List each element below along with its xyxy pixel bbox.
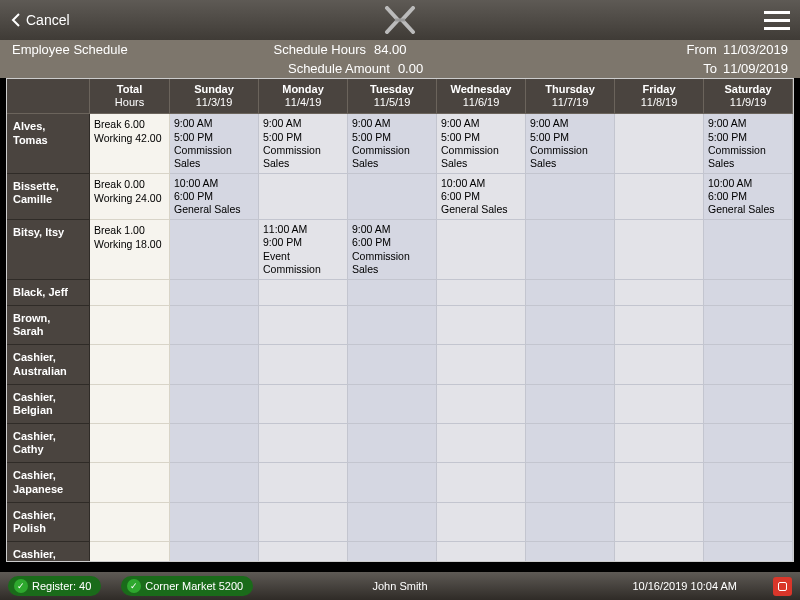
day-cell[interactable] <box>348 385 437 424</box>
day-cell[interactable] <box>348 345 437 384</box>
day-cell[interactable] <box>704 424 793 463</box>
day-cell[interactable]: 10:00 AM6:00 PMGeneral Sales <box>170 174 259 220</box>
schedule-amount-value: 0.00 <box>398 61 423 76</box>
day-cell[interactable] <box>704 503 793 542</box>
employee-name-cell[interactable]: Cashier, Australian <box>7 345 90 384</box>
day-cell[interactable] <box>348 306 437 345</box>
day-cell[interactable]: 9:00 AM5:00 PMCommission Sales <box>704 114 793 174</box>
day-cell[interactable] <box>437 385 526 424</box>
day-cell[interactable] <box>526 463 615 502</box>
day-cell[interactable] <box>615 345 704 384</box>
day-cell[interactable] <box>704 306 793 345</box>
day-cell[interactable]: 9:00 AM5:00 PMCommission Sales <box>170 114 259 174</box>
day-cell[interactable] <box>526 220 615 280</box>
employee-name-cell[interactable]: Cashier, Belgian <box>7 385 90 424</box>
day-cell[interactable]: 10:00 AM6:00 PMGeneral Sales <box>704 174 793 220</box>
day-cell[interactable] <box>348 503 437 542</box>
day-cell[interactable] <box>615 503 704 542</box>
day-cell[interactable] <box>526 424 615 463</box>
cancel-button[interactable]: Cancel <box>10 12 70 28</box>
day-cell[interactable] <box>704 345 793 384</box>
day-cell[interactable] <box>170 463 259 502</box>
day-cell[interactable] <box>437 220 526 280</box>
day-cell[interactable] <box>348 542 437 562</box>
day-cell[interactable] <box>437 280 526 306</box>
employee-name-cell[interactable]: Brown, Sarah <box>7 306 90 345</box>
day-cell[interactable] <box>437 542 526 562</box>
day-cell[interactable] <box>259 280 348 306</box>
day-cell[interactable] <box>348 174 437 220</box>
oracle-badge[interactable] <box>773 577 792 596</box>
day-cell[interactable] <box>615 385 704 424</box>
day-cell[interactable] <box>170 385 259 424</box>
totals-cell <box>90 424 170 463</box>
day-cell[interactable] <box>615 463 704 502</box>
day-cell[interactable] <box>704 385 793 424</box>
totals-cell <box>90 280 170 306</box>
day-cell[interactable] <box>170 220 259 280</box>
schedule-grid[interactable]: TotalHoursSunday11/3/19Monday11/4/19Tues… <box>7 79 793 562</box>
day-cell[interactable] <box>437 503 526 542</box>
day-cell[interactable] <box>259 306 348 345</box>
day-cell[interactable] <box>526 385 615 424</box>
day-cell[interactable]: 9:00 AM5:00 PMCommission Sales <box>259 114 348 174</box>
day-cell[interactable]: 9:00 AM5:00 PMCommission Sales <box>437 114 526 174</box>
day-cell[interactable] <box>170 542 259 562</box>
check-icon: ✓ <box>127 579 141 593</box>
employee-name-cell[interactable]: Cashier, Japanese <box>7 463 90 502</box>
day-cell[interactable] <box>615 306 704 345</box>
day-cell[interactable] <box>704 280 793 306</box>
day-cell[interactable] <box>259 463 348 502</box>
employee-name-cell[interactable]: Alves, Tomas <box>7 114 90 174</box>
day-cell[interactable] <box>348 463 437 502</box>
day-cell[interactable] <box>348 424 437 463</box>
day-cell[interactable] <box>259 542 348 562</box>
day-cell[interactable] <box>170 503 259 542</box>
day-cell[interactable] <box>526 174 615 220</box>
day-cell[interactable] <box>170 345 259 384</box>
day-cell[interactable]: 11:00 AM9:00 PMEvent Commission <box>259 220 348 280</box>
day-cell[interactable] <box>259 345 348 384</box>
location-status-pill[interactable]: ✓ Corner Market 5200 <box>121 576 253 596</box>
day-cell[interactable] <box>615 280 704 306</box>
totals-cell: Break 6.00Working 42.00 <box>90 114 170 174</box>
day-cell[interactable]: 9:00 AM6:00 PMCommission Sales <box>348 220 437 280</box>
day-cell[interactable] <box>615 424 704 463</box>
employee-name-cell[interactable]: Bissette, Camille <box>7 174 90 220</box>
employee-name-cell[interactable]: Cashier, Polish <box>7 503 90 542</box>
day-cell[interactable] <box>348 280 437 306</box>
day-cell[interactable] <box>615 220 704 280</box>
employee-name-cell[interactable]: Cashier, South African <box>7 542 90 562</box>
day-cell[interactable] <box>259 174 348 220</box>
day-cell[interactable] <box>526 503 615 542</box>
day-cell[interactable] <box>437 306 526 345</box>
day-cell[interactable] <box>526 542 615 562</box>
day-cell[interactable] <box>526 306 615 345</box>
day-cell[interactable] <box>437 345 526 384</box>
day-cell[interactable] <box>259 385 348 424</box>
day-cell[interactable]: 9:00 AM5:00 PMCommission Sales <box>348 114 437 174</box>
day-cell[interactable] <box>259 503 348 542</box>
menu-button[interactable] <box>764 11 790 30</box>
day-cell[interactable] <box>615 114 704 174</box>
day-cell[interactable] <box>170 306 259 345</box>
day-cell[interactable] <box>704 542 793 562</box>
day-cell[interactable] <box>615 174 704 220</box>
day-cell[interactable] <box>437 463 526 502</box>
day-cell[interactable]: 10:00 AM6:00 PMGeneral Sales <box>437 174 526 220</box>
register-status-pill[interactable]: ✓ Register: 40 <box>8 576 101 596</box>
day-cell[interactable] <box>170 280 259 306</box>
day-cell[interactable] <box>615 542 704 562</box>
employee-name-cell[interactable]: Black, Jeff <box>7 280 90 306</box>
day-cell[interactable] <box>704 463 793 502</box>
totals-cell <box>90 345 170 384</box>
day-cell[interactable] <box>259 424 348 463</box>
day-cell[interactable] <box>526 345 615 384</box>
day-cell[interactable] <box>170 424 259 463</box>
day-cell[interactable] <box>437 424 526 463</box>
day-cell[interactable] <box>704 220 793 280</box>
employee-name-cell[interactable]: Bitsy, Itsy <box>7 220 90 280</box>
employee-name-cell[interactable]: Cashier, Cathy <box>7 424 90 463</box>
day-cell[interactable] <box>526 280 615 306</box>
day-cell[interactable]: 9:00 AM5:00 PMCommission Sales <box>526 114 615 174</box>
